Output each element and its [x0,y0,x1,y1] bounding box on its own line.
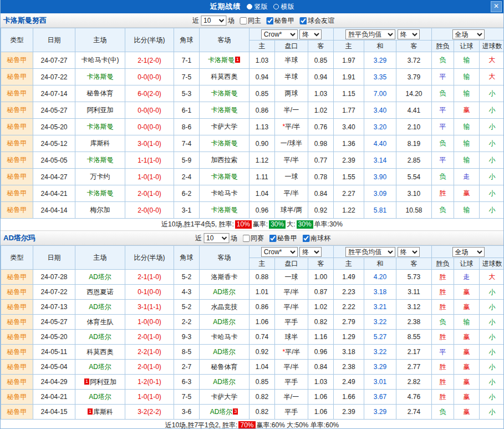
avg-type-select[interactable]: 胜平负均值 [345,247,395,257]
avg-away-cell: 5.73 [396,270,432,285]
filter-league[interactable]: 秘鲁甲 [266,234,297,243]
avg-final-select[interactable]: 终 [398,29,420,39]
avg-type-select[interactable]: 胜平负均值 [345,29,395,39]
layout-horizontal-radio[interactable]: 横版 [273,2,294,12]
wdl-result-cell: 胜 [432,285,454,300]
sub-header-odds-away: 客 [308,258,334,270]
odds-home-cell: 0.94 [250,69,275,85]
window-title: 近期战绩 [210,2,241,12]
league-checkbox[interactable] [266,17,273,24]
score-cell: 0-1(0-0) [125,285,174,300]
cup-checkbox[interactable] [302,235,309,242]
filter-same-home[interactable]: 同主 [236,16,261,26]
score-cell: 1-1(1-0) [125,152,174,169]
team-label: AD塔尔 [213,378,236,386]
col-header-date: 日期 [33,246,75,270]
goals-result-cell: 大 [480,52,504,69]
avg-home-cell: 2.79 [334,315,364,330]
avg-draw-cell: 4.40 [364,135,396,152]
odds-handicap-cell: 平/半 [275,152,308,169]
odds-source-select[interactable]: Crow* [261,247,298,257]
odds-handicap-cell: 平手 [275,405,308,420]
filter-cup[interactable]: 南球杯 [299,234,330,243]
avg-home-cell: 1.49 [334,270,364,285]
matches-tbody: 秘鲁甲24-07-28AD塔尔2-1(1-0)5-2洛斯香卡0.88一球1.00… [1,270,504,420]
date-cell: 24-07-13 [33,300,75,315]
odds-away-cell: 0.78 [308,169,334,185]
avg-draw-cell: 3.29 [364,360,396,375]
radio-selected-icon [247,4,252,9]
avg-draw-cell: 3.35 [364,69,396,85]
league-cell: 秘鲁甲 [1,152,33,169]
col-header-home: 主场 [75,246,125,270]
section-header: 卡洛斯曼努西 近 10 场 同主 秘鲁甲 球会友谊 [1,13,503,28]
layout-vertical-radio[interactable]: 竖版 [247,2,268,12]
same-comp-checkbox[interactable] [242,235,250,242]
odds-handicap-cell: 两球 [275,85,308,102]
team-label: 秘鲁体育 [211,363,238,371]
odds-final-select[interactable]: 终 [299,29,322,39]
match-count-select[interactable]: 10 [201,16,226,26]
filter-league[interactable]: 秘鲁甲 [263,16,294,26]
odds-away-cell: 0.98 [308,135,334,152]
wdl-result-cell: 负 [432,202,454,219]
odds-final-select[interactable]: 终 [299,247,322,257]
corner-cell: 5-2 [174,270,200,285]
sub-header-avg-draw: 和 [364,41,396,52]
team-label: 卡哈马卡 [211,333,238,341]
odds-home-cell: 0.82 [250,405,275,420]
odds-away-cell: 0.84 [308,360,334,375]
odds-source-select[interactable]: Crow* [261,29,298,39]
games-label: 场 [228,16,235,26]
home-team-cell: 卡哈马卡(中) [75,52,125,69]
odds-away-cell: 1.02 [308,102,334,119]
odds-home-cell: 0.92 [250,345,275,360]
avg-home-cell: 1.66 [334,390,364,405]
match-count-select[interactable]: 10 [203,233,229,243]
home-team-cell: AD塔尔 [75,360,125,375]
match-row: 秘鲁甲24-05-20卡洛斯曼0-0(0-0)8-6卡萨大学1.13*平/半0.… [1,119,504,135]
friendly-checkbox[interactable] [299,17,307,24]
close-button[interactable]: ✕ [491,1,502,12]
live-handicap-star: * [282,348,285,356]
scope-select[interactable]: 全场 [452,247,485,257]
league-cell: 秘鲁甲 [1,285,33,300]
match-row: 秘鲁甲24-04-14梅尔加2-0(0-0)3-1卡洛斯曼0.96球半/两0.9… [1,202,504,219]
same-home-checkbox[interactable] [240,17,247,24]
league-checkbox[interactable] [269,235,276,242]
filter-label: 南球杯 [310,234,330,243]
sub-header-handicap: 盘口 [275,258,308,270]
away-team-cell: 卡哈马卡 [200,185,250,202]
filter-same-comp[interactable]: 同赛 [239,234,264,243]
summary-footer: 近10场,胜7平1负2, 胜率: 70% 赢率:60% 大:50% 单率:60% [1,420,503,429]
sub-header-handicap-result: 让球 [454,41,480,52]
away-team-cell: 卡哈马卡 [200,330,250,345]
league-cell: 秘鲁甲 [1,135,33,152]
filter-label: 同赛 [251,234,264,243]
wdl-result-cell: 平 [432,345,454,360]
col-header-home: 主场 [75,28,125,52]
wdl-result-cell: 负 [432,405,454,420]
odds-home-cell: 0.96 [250,202,275,219]
filter-friendly[interactable]: 球会友谊 [296,16,334,26]
summary-text: 赢率: [253,220,268,229]
odds-handicap-cell: 球半/两 [275,202,308,219]
goals-result-cell: 小 [480,102,504,119]
red-card-badge: 1 [84,378,89,385]
odds-home-cell: 1.01 [250,285,275,300]
league-cell: 秘鲁甲 [1,345,33,360]
avg-away-cell: 8.55 [396,330,432,345]
date-cell: 24-07-28 [33,270,75,285]
avg-draw-cell: 5.81 [364,202,396,219]
avg-home-cell: 2.39 [334,152,364,169]
goals-result-cell: 大 [480,69,504,85]
summary-footer: 近10场,胜1平4负5, 胜率: 10% 赢率: 30% 大: 30% 单率:3… [1,219,503,231]
avg-group-header: 胜平负均值 终 [334,246,432,258]
filter-controls: 近 10 场 同赛 秘鲁甲 南球杯 [195,233,330,243]
scope-select[interactable]: 全场 [452,29,485,39]
avg-final-select[interactable]: 终 [398,247,420,257]
corner-cell: 2-4 [174,169,200,185]
away-team-cell: 洛斯香卡 [200,270,250,285]
handicap-result-cell: 赢 [454,300,480,315]
handicap-result-cell: 赢 [454,285,480,300]
